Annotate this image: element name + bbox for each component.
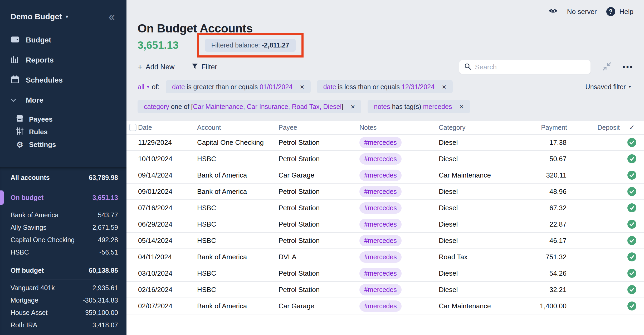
column-header-deposit[interactable]: Deposit xyxy=(567,124,620,131)
collapse-transactions-icon[interactable] xyxy=(602,61,612,73)
filter-condition-chip[interactable]: notes has tag(s) mercedes× xyxy=(368,100,470,113)
sidebar-account-item[interactable]: House Asset 359,100.00 xyxy=(11,307,118,319)
collapse-sidebar-icon[interactable]: « xyxy=(109,13,115,21)
filter-button[interactable]: Filter xyxy=(191,63,217,71)
note-tag[interactable]: #mercedes xyxy=(359,202,402,214)
cell-date[interactable]: 11/29/2024 xyxy=(138,138,197,147)
cell-notes[interactable]: #mercedes xyxy=(359,153,439,165)
cleared-check-icon[interactable] xyxy=(620,170,644,180)
server-status[interactable]: No server xyxy=(567,8,597,16)
transaction-row[interactable]: 11/29/2024 Capital One Checking Petrol S… xyxy=(126,135,644,151)
transaction-row[interactable]: 02/07/2024 Bank of America Car Garage #m… xyxy=(126,298,644,314)
cell-payment[interactable]: 67.32 xyxy=(517,204,567,212)
note-tag[interactable]: #mercedes xyxy=(359,219,402,230)
cleared-check-icon[interactable] xyxy=(620,301,644,311)
select-all-checkbox[interactable] xyxy=(129,124,136,131)
cell-date[interactable]: 02/07/2024 xyxy=(138,302,197,310)
column-header-notes[interactable]: Notes xyxy=(359,124,439,131)
transaction-row[interactable]: 10/10/2024 HSBC Petrol Station #mercedes… xyxy=(126,151,644,167)
cell-payee[interactable]: Petrol Station xyxy=(279,286,359,294)
cell-date[interactable]: 05/14/2024 xyxy=(138,237,197,245)
column-header-date[interactable]: Date xyxy=(138,124,197,131)
cell-payee[interactable]: Car Garage xyxy=(279,302,359,310)
cell-payee[interactable]: Car Garage xyxy=(279,171,359,179)
filter-condition-chip[interactable]: category one of [Car Maintenance, Car In… xyxy=(138,100,361,113)
cell-account[interactable]: HSBC xyxy=(197,269,279,277)
column-header-payee[interactable]: Payee xyxy=(279,124,359,131)
total-balance[interactable]: 3,651.13 xyxy=(138,39,179,51)
sidebar-item-settings[interactable]: ⚙ Settings xyxy=(0,138,126,151)
sidebar-item-more[interactable]: More xyxy=(0,90,126,110)
cell-notes[interactable]: #mercedes xyxy=(359,251,439,263)
cell-account[interactable]: Bank of America xyxy=(197,302,279,310)
cell-payee[interactable]: Petrol Station xyxy=(279,237,359,245)
cleared-check-icon[interactable] xyxy=(620,285,644,294)
cell-payee[interactable]: Petrol Station xyxy=(279,138,359,147)
cell-account[interactable]: Bank of America xyxy=(197,253,279,261)
cell-date[interactable]: 07/16/2024 xyxy=(138,204,197,212)
privacy-eye-icon[interactable] xyxy=(549,8,558,16)
cell-account[interactable]: HSBC xyxy=(197,220,279,228)
cell-category[interactable]: Diesel xyxy=(439,286,517,294)
column-header-category[interactable]: Category xyxy=(439,124,517,131)
cell-notes[interactable]: #mercedes xyxy=(359,202,439,214)
cell-account[interactable]: Bank of America xyxy=(197,188,279,196)
transaction-row[interactable]: 07/16/2024 HSBC Petrol Station #mercedes… xyxy=(126,200,644,216)
cell-account[interactable]: HSBC xyxy=(197,237,279,245)
sidebar-account-item[interactable]: Vanguard 401k 2,935.61 xyxy=(11,282,118,294)
note-tag[interactable]: #mercedes xyxy=(359,268,402,279)
note-tag[interactable]: #mercedes xyxy=(359,153,402,165)
cleared-check-icon[interactable] xyxy=(620,269,644,278)
cell-payment[interactable]: 46.17 xyxy=(517,237,567,245)
cell-notes[interactable]: #mercedes xyxy=(359,235,439,246)
cleared-check-icon[interactable] xyxy=(620,187,644,196)
cell-payee[interactable]: DVLA xyxy=(279,253,359,261)
cell-account[interactable]: HSBC xyxy=(197,155,279,163)
note-tag[interactable]: #mercedes xyxy=(359,300,402,312)
cell-payment[interactable]: 17.38 xyxy=(517,138,567,147)
cell-category[interactable]: Diesel xyxy=(439,155,517,163)
column-header-account[interactable]: Account xyxy=(197,124,279,131)
cell-payee[interactable]: Petrol Station xyxy=(279,204,359,212)
cell-date[interactable]: 04/11/2024 xyxy=(138,253,197,261)
transaction-row[interactable]: 05/14/2024 HSBC Petrol Station #mercedes… xyxy=(126,233,644,249)
sidebar-item-off-budget[interactable]: Off budget 60,138.85 xyxy=(11,264,118,277)
match-mode-dropdown[interactable]: all xyxy=(138,83,144,91)
cleared-check-icon[interactable] xyxy=(620,236,644,245)
note-tag[interactable]: #mercedes xyxy=(359,235,402,246)
cleared-check-icon[interactable] xyxy=(620,138,644,147)
filter-condition-chip[interactable]: date is greater than or equals 01/01/202… xyxy=(166,80,311,93)
cell-date[interactable]: 06/29/2024 xyxy=(138,220,197,228)
cell-account[interactable]: Capital One Checking xyxy=(197,138,279,147)
cell-category[interactable]: Road Tax xyxy=(439,253,517,261)
cleared-check-icon[interactable] xyxy=(620,252,644,262)
sidebar-item-rules[interactable]: Rules xyxy=(0,126,126,138)
cell-date[interactable]: 02/16/2024 xyxy=(138,286,197,294)
cleared-check-icon[interactable] xyxy=(620,203,644,213)
unsaved-filter-dropdown[interactable]: Unsaved filter ▾ xyxy=(586,83,631,91)
transaction-row[interactable]: 04/11/2024 Bank of America DVLA #mercede… xyxy=(126,249,644,265)
cell-payment[interactable]: 50.67 xyxy=(517,155,567,163)
cell-payment[interactable]: 54.26 xyxy=(517,269,567,277)
sidebar-account-item[interactable]: HSBC -56.51 xyxy=(11,246,118,259)
transaction-row[interactable]: 09/01/2024 Bank of America Petrol Statio… xyxy=(126,184,644,200)
remove-filter-icon[interactable]: × xyxy=(459,103,464,110)
sidebar-account-item[interactable]: Capital One Checking 492.28 xyxy=(11,234,118,246)
note-tag[interactable]: #mercedes xyxy=(359,186,402,197)
cell-category[interactable]: Diesel xyxy=(439,269,517,277)
note-tag[interactable]: #mercedes xyxy=(359,251,402,263)
cleared-check-icon[interactable] xyxy=(620,154,644,164)
cell-notes[interactable]: #mercedes xyxy=(359,284,439,295)
cell-notes[interactable]: #mercedes xyxy=(359,186,439,197)
sidebar-account-item[interactable]: Ally Savings 2,671.59 xyxy=(11,221,118,234)
cell-notes[interactable]: #mercedes xyxy=(359,219,439,230)
sidebar-item-budget[interactable]: Budget xyxy=(0,30,126,50)
cell-category[interactable]: Car Maintenance xyxy=(439,171,517,179)
cell-account[interactable]: HSBC xyxy=(197,204,279,212)
sidebar-account-item[interactable]: Bank of America 543.77 xyxy=(11,209,118,221)
cell-date[interactable]: 09/01/2024 xyxy=(138,188,197,196)
cell-account[interactable]: HSBC xyxy=(197,286,279,294)
sidebar-item-payees[interactable]: Payees xyxy=(0,113,126,126)
remove-filter-icon[interactable]: × xyxy=(300,84,304,90)
cell-notes[interactable]: #mercedes xyxy=(359,137,439,148)
